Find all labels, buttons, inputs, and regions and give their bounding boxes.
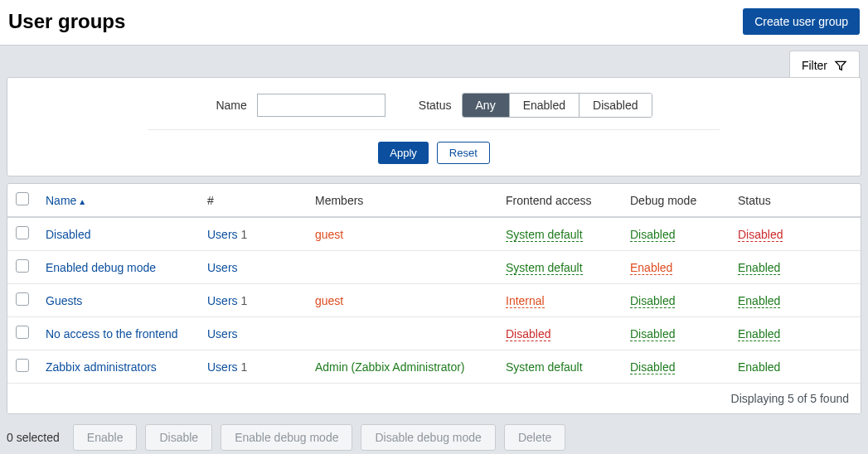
row-checkbox[interactable]	[16, 292, 29, 306]
debug-mode[interactable]: Enabled	[630, 261, 672, 275]
filter-name-input[interactable]	[257, 94, 386, 117]
status-option-enabled[interactable]: Enabled	[510, 94, 579, 117]
filter-panel: Name Status Any Enabled Disabled Apply R…	[7, 77, 861, 176]
col-name[interactable]: Name▲	[37, 184, 199, 217]
col-debug: Debug mode	[622, 184, 730, 217]
bulk-disable-debug-button[interactable]: Disable debug mode	[361, 424, 495, 451]
bulk-enable-debug-button[interactable]: Enable debug mode	[221, 424, 352, 451]
users-count: 1	[241, 228, 248, 241]
status[interactable]: Disabled	[738, 228, 783, 242]
row-checkbox[interactable]	[16, 326, 29, 339]
filter-actions: Apply Reset	[7, 140, 861, 164]
debug-mode[interactable]: Disabled	[630, 327, 675, 341]
table-row: Zabbix administratorsUsers1Admin (Zabbix…	[7, 350, 861, 384]
filter-row: Name Status Any Enabled Disabled	[148, 93, 720, 130]
status-segmented: Any Enabled Disabled	[462, 93, 652, 118]
group-name-link[interactable]: Guests	[46, 294, 82, 307]
frontend-access: System default	[506, 360, 583, 374]
col-frontend: Frontend access	[497, 184, 622, 217]
user-groups-table: Name▲ # Members Frontend access Debug mo…	[7, 183, 861, 414]
table-row: GuestsUsers1guestInternalDisabledEnabled	[7, 284, 861, 317]
filter-tab-label: Filter	[802, 59, 827, 72]
debug-mode[interactable]: Disabled	[630, 360, 675, 374]
bulk-disable-button[interactable]: Disable	[145, 424, 212, 451]
frontend-access[interactable]: Disabled	[506, 327, 550, 341]
users-count: 1	[241, 360, 248, 374]
filter-name-label: Name	[216, 99, 246, 112]
filter-status-label: Status	[419, 99, 452, 112]
group-name-link[interactable]: Enabled debug mode	[46, 261, 156, 274]
status-option-disabled[interactable]: Disabled	[579, 94, 651, 117]
table-row: Enabled debug modeUsersSystem defaultEna…	[7, 251, 861, 284]
table-row: DisabledUsers1guestSystem defaultDisable…	[7, 217, 861, 251]
filter-status-group: Status Any Enabled Disabled	[419, 93, 652, 118]
filter-icon	[834, 59, 847, 72]
col-hash: #	[199, 184, 307, 217]
group-name-link[interactable]: No access to the frontend	[46, 327, 178, 340]
bulk-enable-button[interactable]: Enable	[73, 424, 138, 451]
filter-tab-row: Filter	[0, 46, 868, 77]
users-link[interactable]: Users	[207, 360, 238, 374]
row-checkbox[interactable]	[16, 226, 29, 239]
select-all-checkbox[interactable]	[16, 192, 29, 205]
status[interactable]: Enabled	[738, 327, 780, 341]
col-members: Members	[307, 184, 497, 217]
create-user-group-button[interactable]: Create user group	[743, 8, 860, 35]
group-name-link[interactable]: Disabled	[46, 228, 90, 241]
member-link[interactable]: guest	[315, 228, 343, 241]
filter-tab[interactable]: Filter	[789, 51, 860, 77]
page-title: User groups	[8, 10, 125, 33]
status[interactable]: Enabled	[738, 294, 780, 308]
debug-mode[interactable]: Disabled	[630, 294, 675, 308]
status: Enabled	[738, 360, 780, 374]
member-link[interactable]: guest	[315, 294, 343, 307]
users-link[interactable]: Users	[207, 294, 238, 307]
page-header: User groups Create user group	[0, 0, 868, 45]
bulk-actions: 0 selected Enable Disable Enable debug m…	[0, 414, 868, 454]
frontend-access[interactable]: Internal	[506, 294, 545, 308]
sort-asc-icon: ▲	[78, 197, 86, 206]
row-checkbox[interactable]	[16, 259, 29, 273]
row-checkbox[interactable]	[16, 359, 29, 372]
table-header-row: Name▲ # Members Frontend access Debug mo…	[7, 184, 861, 217]
frontend-access[interactable]: System default	[506, 228, 583, 242]
status-option-any[interactable]: Any	[463, 94, 510, 117]
status[interactable]: Enabled	[738, 261, 780, 275]
content-area: Filter Name Status Any Enabled Disabled …	[0, 45, 868, 454]
member-link[interactable]: Admin (Zabbix Administrator)	[315, 360, 465, 374]
table-row: No access to the frontendUsersDisabledDi…	[7, 317, 861, 350]
reset-button[interactable]: Reset	[437, 142, 490, 164]
users-count: 1	[241, 294, 248, 307]
users-link[interactable]: Users	[207, 228, 238, 241]
selected-count: 0 selected	[7, 431, 60, 444]
bulk-delete-button[interactable]: Delete	[504, 424, 565, 451]
filter-name-group: Name	[216, 94, 385, 117]
table-footer-count: Displaying 5 of 5 found	[7, 384, 861, 413]
frontend-access[interactable]: System default	[506, 261, 583, 275]
apply-button[interactable]: Apply	[378, 142, 429, 164]
debug-mode[interactable]: Disabled	[630, 228, 675, 242]
users-link[interactable]: Users	[207, 327, 238, 340]
group-name-link[interactable]: Zabbix administrators	[46, 360, 157, 374]
users-link[interactable]: Users	[207, 261, 238, 274]
col-status: Status	[730, 184, 861, 217]
